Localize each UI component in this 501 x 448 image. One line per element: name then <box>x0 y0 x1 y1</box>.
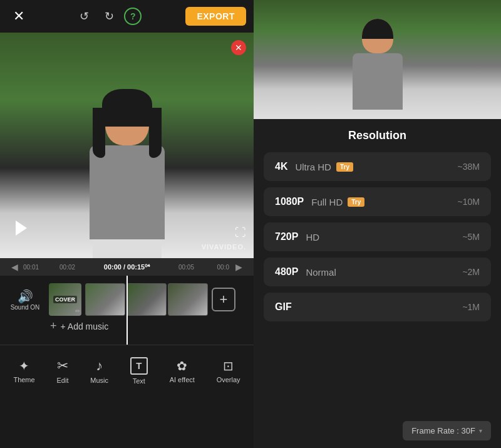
res-4k-try: Try <box>336 162 353 172</box>
res-720p-size: ~5M <box>462 232 480 242</box>
sound-label: Sound ON <box>11 304 40 311</box>
left-panel: ✕ ↺ ↻ ? EXPORT VIVAVIDEO. ⛶ ✕ <box>0 0 254 448</box>
res-1080p-size: ~10M <box>458 197 480 207</box>
tool-theme[interactable]: ✦ Theme <box>9 353 38 388</box>
tool-text[interactable]: T Text <box>127 352 152 390</box>
res-1080p-left: 1080P Full HD Try <box>275 196 364 207</box>
timeline-marks: 00:01 00:02 00:00 / 00:15⁰⁴ 00:05 00:0 <box>22 261 232 273</box>
play-icon <box>16 221 27 236</box>
res-gif-name: GIF <box>275 301 292 313</box>
person-hair <box>102 89 152 127</box>
overlay-icon: ⊡ <box>223 358 234 373</box>
timeline-mark-6: 00:0 <box>217 264 229 271</box>
preview-hair <box>362 19 393 39</box>
delete-button[interactable]: ✕ <box>231 40 246 55</box>
res-1080p-name: 1080P <box>275 196 304 207</box>
editor-header: ✕ ↺ ↻ ? EXPORT <box>0 0 254 33</box>
text-label: Text <box>133 377 145 385</box>
cover-edit-icon: ✏ <box>75 308 80 315</box>
help-button[interactable]: ? <box>124 8 142 25</box>
resolution-1080p[interactable]: 1080P Full HD Try ~10M <box>264 187 491 216</box>
preview-body <box>353 53 403 110</box>
res-480p-desc: Normal <box>306 267 336 278</box>
fullscreen-button[interactable]: ⛶ <box>235 226 246 239</box>
res-720p-left: 720P HD <box>275 231 319 242</box>
overlay-label: Overlay <box>217 376 240 383</box>
res-720p-desc: HD <box>306 232 319 242</box>
res-gif-left: GIF <box>275 301 292 313</box>
res-gif-size: ~1M <box>462 302 480 312</box>
res-4k-name: 4K <box>275 161 287 172</box>
video-preview: VIVAVIDEO. ⛶ ✕ <box>0 33 254 258</box>
music-label: Music <box>90 377 108 384</box>
person-head <box>105 95 149 145</box>
bottom-toolbar: ✦ Theme ✂ Edit ♪ Music T Text ✿ AI effec… <box>0 345 254 396</box>
resolution-720p[interactable]: 720P HD ~5M <box>264 222 491 251</box>
resolution-section: Resolution 4K Ultra HD Try ~38M 1080P Fu… <box>254 119 501 414</box>
video-clips: + <box>85 283 249 316</box>
resolution-gif[interactable]: GIF ~1M <box>264 293 491 321</box>
person-legs <box>93 239 162 258</box>
undo-button[interactable]: ↺ <box>74 6 94 26</box>
clip-thumb-3[interactable] <box>168 283 208 316</box>
edit-label: Edit <box>56 377 68 384</box>
video-background <box>0 33 254 258</box>
sound-control[interactable]: 🔊 Sound ON <box>5 289 45 311</box>
tool-overlay[interactable]: ⊡ Overlay <box>213 353 244 388</box>
clip-thumb-1[interactable] <box>85 283 125 316</box>
timeline-bar: ◀ 00:01 00:02 00:00 / 00:15⁰⁴ 00:05 00:0… <box>0 258 254 276</box>
close-button[interactable]: ✕ <box>8 5 30 28</box>
ai-effect-icon: ✿ <box>177 358 187 373</box>
timeline-prev[interactable]: ◀ <box>8 262 22 272</box>
sound-icon: 🔊 <box>18 289 33 304</box>
add-music-button[interactable]: + + Add music <box>50 320 108 333</box>
res-1080p-try: Try <box>348 197 364 207</box>
tool-edit[interactable]: ✂ Edit <box>53 353 72 389</box>
theme-icon: ✦ <box>19 358 29 373</box>
resolution-480p[interactable]: 480P Normal ~2M <box>264 258 491 286</box>
add-clip-button[interactable]: + <box>212 288 235 311</box>
frame-rate-bar: Frame Rate : 30F ▾ <box>254 414 501 448</box>
add-music-plus-icon: + <box>50 320 57 333</box>
timeline-track: 🔊 Sound ON COVER ✏ + + + Add musi <box>0 276 254 345</box>
export-button[interactable]: EXPORT <box>185 7 246 26</box>
clip-thumb-2[interactable] <box>127 283 167 316</box>
timeline-mark-2: 00:02 <box>59 264 75 271</box>
add-music-label: + Add music <box>61 321 109 331</box>
person-body <box>90 145 165 239</box>
music-row: + + Add music <box>0 318 254 334</box>
theme-label: Theme <box>13 376 34 383</box>
play-button[interactable] <box>10 217 33 239</box>
header-controls: ↺ ↻ ? <box>74 6 142 26</box>
res-480p-left: 480P Normal <box>275 266 336 278</box>
preview-person <box>346 19 409 119</box>
res-4k-left: 4K Ultra HD Try <box>275 161 353 172</box>
edit-icon: ✂ <box>57 358 68 374</box>
cover-text: COVER <box>53 296 77 303</box>
track-row-main: 🔊 Sound ON COVER ✏ + <box>0 281 254 318</box>
right-panel: Resolution 4K Ultra HD Try ~38M 1080P Fu… <box>254 0 501 448</box>
res-4k-desc: Ultra HD <box>295 162 331 172</box>
person-figure <box>77 95 177 258</box>
preview-thumbnail <box>254 0 501 119</box>
timeline-mark-5: 00:05 <box>178 264 194 271</box>
frame-rate-label: Frame Rate : 30F <box>411 426 475 435</box>
res-1080p-desc: Full HD <box>311 197 343 207</box>
person-hair-left <box>93 108 105 158</box>
preview-head <box>362 19 393 53</box>
tool-music[interactable]: ♪ Music <box>86 353 112 389</box>
resolution-4k[interactable]: 4K Ultra HD Try ~38M <box>264 152 491 181</box>
tool-ai-effect[interactable]: ✿ AI effect <box>166 353 199 388</box>
res-720p-name: 720P <box>275 231 298 242</box>
timeline-next[interactable]: ▶ <box>232 262 246 272</box>
res-4k-size: ~38M <box>458 162 480 172</box>
frame-rate-button[interactable]: Frame Rate : 30F ▾ <box>403 421 491 440</box>
text-icon: T <box>130 357 148 375</box>
person-hair-right <box>149 108 162 158</box>
cover-thumbnail[interactable]: COVER ✏ <box>49 283 81 316</box>
res-480p-size: ~2M <box>462 267 480 277</box>
res-480p-name: 480P <box>275 266 298 278</box>
timeline-current-time: 00:00 / 00:15⁰⁴ <box>104 263 150 271</box>
watermark: VIVAVIDEO. <box>202 243 246 251</box>
redo-button[interactable]: ↻ <box>99 6 119 26</box>
